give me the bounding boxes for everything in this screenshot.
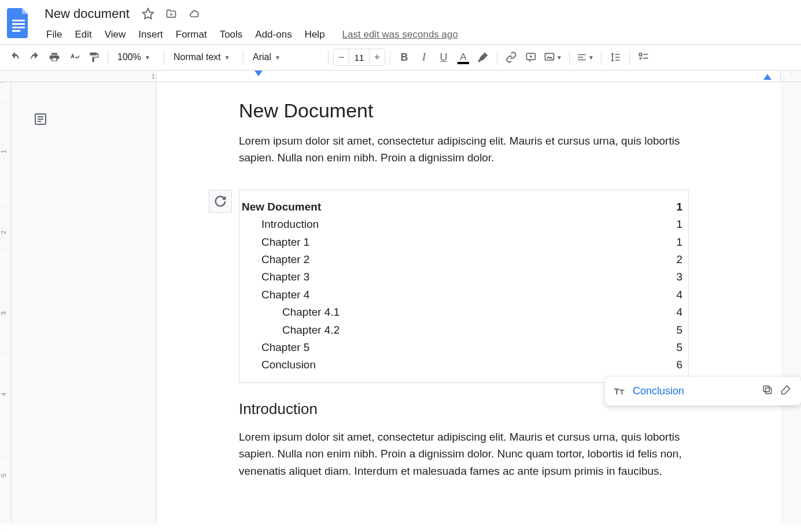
print-button[interactable]: [45, 48, 64, 66]
toc-entry[interactable]: Chapter 33: [239, 268, 688, 286]
text-style-icon: Tᴛ: [614, 386, 625, 397]
toc-entry-label: Chapter 4: [261, 286, 309, 304]
line-spacing-button[interactable]: [606, 48, 625, 66]
separator: [601, 50, 601, 64]
toc-entry-page: 3: [676, 268, 682, 286]
cloud-status-icon[interactable]: [186, 6, 204, 22]
menu-file[interactable]: File: [40, 25, 68, 44]
separator: [164, 50, 164, 64]
toc-entry-page: 4: [676, 286, 682, 304]
document-paragraph[interactable]: Lorem ipsum dolor sit amet, consectetur …: [239, 428, 689, 479]
toc-entry[interactable]: Chapter 55: [239, 339, 688, 356]
toc-entry[interactable]: Chapter 11: [239, 234, 688, 251]
toc-entry[interactable]: Chapter 44: [239, 286, 688, 304]
toc-entry-page: 6: [676, 356, 682, 374]
document-page[interactable]: New Document Lorem ipsum dolor sit amet,…: [156, 82, 781, 523]
separator: [243, 50, 243, 64]
undo-button[interactable]: [6, 48, 24, 66]
document-paragraph[interactable]: Lorem ipsum dolor sit amet, consectetur …: [239, 132, 689, 167]
svg-rect-17: [766, 388, 772, 394]
vertical-ruler[interactable]: 12345: [0, 82, 12, 523]
font-size-decrease-button[interactable]: −: [334, 49, 349, 65]
svg-rect-6: [545, 53, 554, 60]
chevron-down-icon: ▼: [588, 54, 594, 61]
toc-entry[interactable]: Introduction1: [239, 216, 688, 233]
star-icon[interactable]: [139, 5, 157, 23]
document-heading-title[interactable]: New Document: [239, 99, 689, 122]
toc-entry-label: Introduction: [261, 216, 319, 233]
svg-rect-3: [12, 30, 20, 32]
toc-entry[interactable]: Conclusion6: [239, 356, 688, 374]
toc-entry-label: Chapter 4.2: [282, 322, 339, 339]
align-button[interactable]: ▼: [574, 48, 596, 66]
toc-entry-label: Chapter 1: [261, 234, 309, 251]
toc-entry-label: Chapter 2: [261, 251, 309, 268]
svg-rect-2: [12, 27, 25, 28]
docs-logo[interactable]: [7, 8, 30, 38]
move-to-folder-icon[interactable]: [163, 6, 180, 22]
toc-entry-label: Chapter 4.1: [282, 304, 339, 321]
svg-rect-18: [763, 386, 769, 391]
last-edit-link[interactable]: Last edit was seconds ago: [342, 29, 458, 40]
highlight-color-button[interactable]: [474, 48, 492, 66]
menu-view[interactable]: View: [99, 25, 132, 44]
document-title-input[interactable]: New document: [40, 5, 134, 23]
toc-entry[interactable]: New Document1: [239, 198, 688, 216]
italic-button[interactable]: I: [415, 48, 433, 66]
menu-addons[interactable]: Add-ons: [249, 25, 297, 44]
link-target-text[interactable]: Conclusion: [633, 385, 684, 397]
font-size-control: − +: [333, 49, 385, 66]
menu-format[interactable]: Format: [170, 25, 213, 44]
svg-rect-0: [12, 20, 25, 21]
copy-link-icon[interactable]: [762, 384, 773, 398]
edit-link-icon[interactable]: [780, 384, 792, 398]
insert-image-button[interactable]: ▼: [541, 48, 564, 66]
separator: [569, 50, 570, 64]
font-size-input[interactable]: [349, 49, 370, 65]
chevron-down-icon: ▼: [145, 54, 150, 61]
toc-entry[interactable]: Chapter 4.25: [239, 322, 688, 339]
toc-entry[interactable]: Chapter 22: [239, 251, 688, 268]
menu-help[interactable]: Help: [299, 25, 331, 44]
toc-refresh-button[interactable]: [209, 190, 232, 213]
paragraph-style-select[interactable]: Normal text▼: [169, 48, 238, 66]
indent-marker-left[interactable]: [254, 71, 263, 77]
zoom-select[interactable]: 100%▼: [113, 48, 159, 66]
toc-entry-label: New Document: [242, 198, 321, 216]
spellcheck-button[interactable]: [65, 48, 83, 66]
bold-button[interactable]: B: [395, 48, 414, 66]
menu-tools[interactable]: Tools: [214, 25, 249, 44]
outline-toggle-icon[interactable]: [34, 112, 47, 523]
toolbar: 100%▼ Normal text▼ Arial▼ − + B I U A ▼ …: [0, 45, 801, 71]
toc-entry-label: Chapter 3: [261, 268, 309, 286]
separator: [108, 50, 108, 64]
menu-bar: File Edit View Insert Format Tools Add-o…: [40, 25, 794, 44]
menu-insert[interactable]: Insert: [132, 25, 169, 44]
indent-marker-right[interactable]: [763, 74, 772, 81]
checklist-button[interactable]: [634, 48, 653, 66]
toc-entry-page: 4: [676, 304, 682, 321]
svg-rect-10: [639, 53, 641, 56]
outline-panel: [12, 82, 69, 523]
toc-entry-page: 1: [676, 234, 682, 251]
font-size-increase-button[interactable]: +: [370, 49, 385, 65]
insert-link-button[interactable]: [502, 48, 521, 66]
toc-entry-page: 1: [676, 198, 682, 216]
text-color-button[interactable]: A: [454, 48, 473, 66]
menu-edit[interactable]: Edit: [69, 25, 97, 44]
separator: [629, 50, 630, 64]
link-preview-popup: Tᴛ Conclusion: [605, 377, 801, 405]
toc-entry[interactable]: Chapter 4.14: [239, 304, 688, 321]
toc-entry-label: Conclusion: [261, 356, 316, 374]
redo-button[interactable]: [25, 48, 44, 66]
underline-button[interactable]: U: [434, 48, 453, 66]
toc-entry-page: 2: [676, 251, 682, 268]
toc-entry-page: 5: [676, 322, 682, 339]
page-area: New Document Lorem ipsum dolor sit amet,…: [69, 82, 801, 523]
horizontal-ruler[interactable]: 1123456: [0, 71, 801, 82]
workspace: 12345 New Document Lorem ipsum dolor sit…: [0, 82, 801, 523]
font-family-select[interactable]: Arial▼: [248, 48, 323, 66]
add-comment-button[interactable]: [522, 48, 540, 66]
table-of-contents[interactable]: New Document1Introduction1Chapter 11Chap…: [239, 190, 689, 383]
paint-format-button[interactable]: [84, 48, 103, 66]
